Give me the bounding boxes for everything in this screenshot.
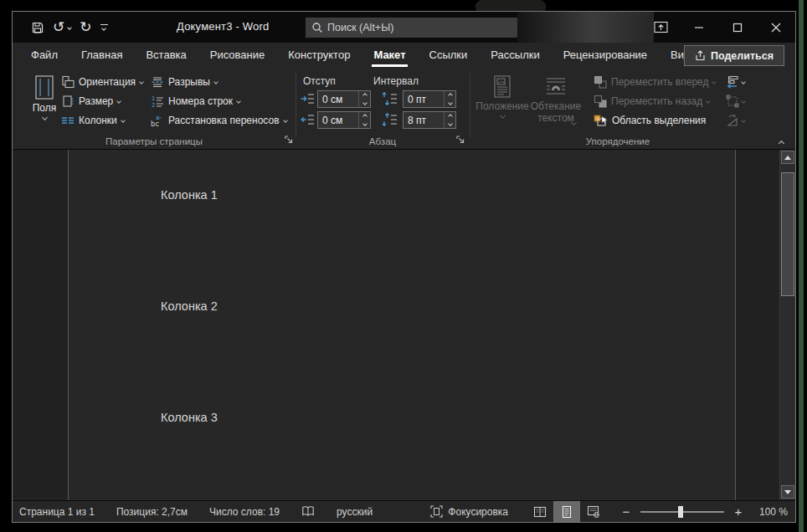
share-label: Поделиться [711,50,774,62]
tab-references[interactable]: Ссылки [418,43,480,69]
breaks-icon [151,75,164,89]
paragraph[interactable]: Колонка 3 [161,411,218,424]
paragraph[interactable]: Колонка 1 [161,188,218,202]
spacing-after-input[interactable] [404,112,444,128]
vertical-scrollbar[interactable] [779,150,795,500]
paragraph-dialog-launcher-icon[interactable] [456,136,465,145]
indent-right-spinbox [317,111,371,129]
tab-mailings[interactable]: Рассылки [479,43,551,69]
breaks-label: Разрывы [168,76,210,88]
undo-dropdown-chevron-icon[interactable] [67,25,72,30]
selection-pane-button[interactable]: Область выделения [594,111,706,130]
hyphenation-icon: a-bc [151,114,164,127]
titlebar-gradient [517,12,654,43]
indent-left-up-button[interactable] [359,91,370,100]
scroll-down-button[interactable] [781,485,794,499]
spacing-before-down-button[interactable] [445,100,455,108]
spacing-before-icon [382,92,398,105]
size-button[interactable]: Размер [61,92,121,110]
read-mode-button[interactable] [527,501,553,522]
customize-qat-chevron-icon [101,26,106,31]
indent-right-down-button[interactable] [359,120,370,129]
tab-layout[interactable]: Макет [362,43,417,69]
hyphenation-button[interactable]: a-bc Расстановка переносов [151,111,287,130]
focus-icon [430,505,443,518]
focus-mode-button[interactable]: Фокусировка [430,505,508,518]
svg-text:2: 2 [152,102,155,108]
zoom-slider[interactable] [640,511,724,513]
columns-button[interactable]: Колонки [61,111,125,130]
rotate-objects-button[interactable] [726,111,751,129]
spacing-after-spinner [444,112,455,128]
page-count-status[interactable]: Страница 1 из 1 [19,506,95,518]
ribbon-display-options-button[interactable] [641,12,680,43]
align-objects-button[interactable] [726,73,751,90]
tab-design[interactable]: Конструктор [276,43,362,69]
bring-forward-chevron-icon [712,79,717,84]
hyphenation-chevron-icon [283,118,288,123]
redo-icon[interactable]: ↻ [80,20,91,34]
web-layout-button[interactable] [580,501,607,522]
position-status[interactable]: Позиция: 2,7см [116,506,188,518]
spacing-after-down-button[interactable] [445,120,455,129]
word-window: ↺ ↻ Документ3 - Word Поиск (Alt+Ы) [12,11,796,523]
tab-file[interactable]: Файл [19,43,69,69]
save-icon[interactable] [31,21,44,34]
paragraph[interactable]: Колонка 2 [161,299,218,313]
arrange-group-label: Упорядочение [470,136,766,146]
proofing-icon[interactable] [301,505,315,518]
send-backward-button[interactable]: Переместить назад [594,92,710,110]
indent-left-input[interactable] [318,91,358,107]
indent-left-spinner [358,91,370,107]
language-status[interactable]: русский [337,506,373,518]
spacing-before-up-button[interactable] [445,91,455,100]
document-page[interactable]: Колонка 1 Колонка 2 Колонка 3 [68,150,736,500]
line-numbers-button[interactable]: 12 Номера строк [151,92,240,110]
indent-label: Отступ [303,75,336,87]
undo-button[interactable]: ↺ [53,20,71,34]
ribbon-tabs: Файл Главная Вставка Рисование Конструкт… [13,43,795,69]
position-icon [492,75,512,99]
spacing-before-input[interactable] [404,91,444,107]
quick-access-toolbar: ↺ ↻ [31,12,108,43]
tab-draw[interactable]: Рисование [198,43,276,69]
page-setup-dialog-launcher-icon[interactable] [285,136,294,145]
bring-forward-button[interactable]: Переместить вперед [594,73,716,91]
scrollbar-thumb[interactable] [781,172,794,296]
svg-text:1: 1 [152,95,155,102]
group-objects-button[interactable] [726,92,751,110]
indent-left-down-button[interactable] [359,100,370,108]
collapse-ribbon-icon[interactable] [779,141,784,146]
wrap-text-button[interactable]: Обтекание текстом [528,72,583,136]
indent-left-spinbox [317,90,371,108]
spacing-after-up-button[interactable] [445,112,455,120]
orientation-button[interactable]: Ориентация [61,73,143,91]
breaks-button[interactable]: Разрывы [151,73,218,91]
share-icon [695,50,706,61]
minimize-button[interactable] [680,12,718,43]
search-placeholder: Поиск (Alt+Ы) [327,22,393,33]
tab-insert[interactable]: Вставка [134,43,198,69]
maximize-button[interactable] [718,12,757,43]
document-canvas[interactable]: Колонка 1 Колонка 2 Колонка 3 [13,150,795,500]
zoom-in-button[interactable]: + [732,504,744,519]
close-button[interactable] [757,12,795,43]
indent-right-spinner [358,112,370,128]
share-button[interactable]: Поделиться [684,45,784,66]
word-count-status[interactable]: Число слов: 19 [209,506,280,518]
page-setup-group-label: Параметры страницы [13,136,296,146]
tab-review[interactable]: Рецензирование [552,43,659,69]
zoom-slider-thumb[interactable] [678,506,683,518]
scroll-up-button[interactable] [781,151,794,164]
status-right: Фокусировка − + 100 % [430,501,788,522]
tab-home[interactable]: Главная [69,43,134,69]
indent-right-input[interactable] [318,112,358,128]
print-layout-button[interactable] [553,501,580,522]
zoom-level[interactable]: 100 % [754,506,788,518]
customize-qat-button[interactable] [100,24,108,31]
status-left: Страница 1 из 1 Позиция: 2,7см Число сло… [19,501,373,522]
search-box[interactable]: Поиск (Alt+Ы) [306,18,517,38]
indent-right-up-button[interactable] [359,112,370,120]
position-button[interactable]: Положение [478,72,527,136]
zoom-out-button[interactable]: − [620,504,632,519]
